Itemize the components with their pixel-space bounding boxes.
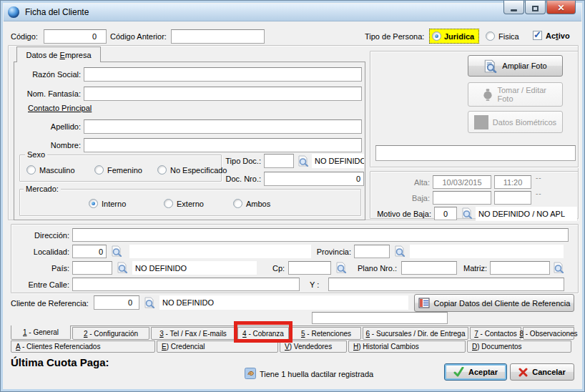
maximize-button[interactable] [525,1,546,14]
radio-externo[interactable]: Externo [164,199,204,208]
cliente-referencia-desc: NO DEFINIDO [159,295,408,310]
referencia-extra-field[interactable] [312,312,448,324]
provincia-label: Provincia: [313,248,351,256]
titlebar: Ficha del Cliente [4,4,581,21]
radio-juridica[interactable]: Juridica [429,29,479,44]
datos-biometricos-button[interactable]: Datos Biométricos [468,111,563,133]
tab-configuracion[interactable]: 2 - Configuración [72,327,149,340]
copiar-datos-button[interactable]: Copiar Datos del Cliente de Referencia [414,294,574,312]
cp-field[interactable] [288,261,331,275]
radio-no-especificado[interactable]: No Especificado [157,165,227,175]
codigo-anterior-field[interactable] [171,29,265,44]
cliente-referencia-label: Cliente de Referencia: [11,299,89,308]
nombre-label: Nombre: [22,141,81,150]
activo-label: Activo [546,31,570,40]
doc-nro-label: Doc. Nro.: [220,175,261,183]
radio-fisica[interactable]: Fisica [486,31,519,41]
nom-fantasia-label: Nom. Fantasía: [16,89,81,98]
entre-calle-field[interactable] [72,278,300,291]
ambos-label: Ambos [246,200,270,208]
cancelar-label: Cancelar [532,368,565,376]
codigo-anterior-label: Código Anterior: [110,32,167,41]
datos-biometricos-label: Datos Biométricos [493,118,556,127]
alta-calendar-mark: -- [536,174,542,182]
razon-social-field[interactable] [84,67,362,82]
externo-radio-icon [164,199,173,208]
ampliar-foto-button[interactable]: Ampliar Foto [468,55,563,77]
tomar-editar-foto-label: Tomar / Editar Foto [498,86,549,103]
matriz-label: Matriz: [460,264,487,273]
minimize-icon [511,9,517,11]
motivo-baja-lookup-magnifier-icon[interactable] [461,207,473,219]
tomar-editar-foto-button[interactable]: Tomar / Editar Foto [468,82,563,107]
mercado-group-label: Mercado: [24,185,61,193]
alta-fecha-field: 10/03/2015 [433,175,491,189]
maximize-icon [532,6,539,11]
matriz-field[interactable] [490,261,550,275]
cliente-referencia-lookup-magnifier-icon[interactable] [144,297,156,308]
plano-nro-field[interactable] [401,261,457,275]
motivo-baja-label: Motivo de Baja: [370,210,431,218]
sexo-group-label: Sexo [25,150,47,159]
document-magnifier-icon [483,59,498,73]
provincia-field[interactable] [354,245,390,258]
tab-documentos[interactable]: D) Documentos [467,340,571,353]
activo-checkbox[interactable]: Activo [533,31,570,40]
nombre-field[interactable] [84,138,362,152]
no-especificado-label: No Especificado [170,166,227,175]
tab-retenciones[interactable]: 5 - Retenciones [291,327,361,340]
juridica-radio-icon [432,31,441,41]
tab-tel-fax-emails[interactable]: 3 - Tel / Fax / E-mails [151,327,235,340]
juridica-label: Juridica [444,32,474,41]
motivo-baja-field[interactable]: 0 [434,207,457,220]
tab-observaciones[interactable]: 8 - Observaciones [523,327,574,340]
highlight-annotation-cobranza [234,321,292,343]
nom-fantasia-field[interactable] [84,87,362,101]
tab-sucursales[interactable]: 6 - Sucursales / Dir. de Entrega [363,327,468,340]
foto-caption-field[interactable] [375,145,576,161]
pais-field[interactable] [72,261,112,275]
cp-lookup-magnifier-icon[interactable] [335,262,348,273]
radio-interno[interactable]: Interno [89,199,126,208]
radio-masculino[interactable]: Masculino [26,165,75,175]
close-button[interactable]: ✕ [546,1,576,14]
baja-fecha-field[interactable] [433,191,491,205]
tipo-doc-lookup-magnifier-icon[interactable] [298,155,310,167]
copiar-datos-label: Copiar Datos del Cliente de Referencia [434,299,571,308]
y-field[interactable] [328,278,564,291]
radio-ambos[interactable]: Ambos [233,199,270,208]
minimize-button[interactable] [503,1,524,14]
huella-text: Tiene 1 huella dactilar registrada [260,370,373,378]
y-label: Y : [310,280,319,289]
doc-nro-field[interactable]: 0 [264,172,364,186]
apellido-label: Apellido: [22,122,81,131]
tab-historial-cambios[interactable]: H) Historial Cambios [348,340,466,353]
localidad-lookup-magnifier-icon[interactable] [111,245,123,257]
ambos-radio-icon [233,199,242,208]
pais-lookup-magnifier-icon[interactable] [117,262,129,273]
tab-datos-de-empresa[interactable]: Datos de Empresa [16,46,101,62]
provincia-lookup-magnifier-icon[interactable] [394,245,406,257]
baja-label: Baja: [373,194,430,202]
masculino-label: Masculino [39,166,75,175]
tab-general[interactable]: 1 - General [11,325,71,340]
ultima-cuota-label: Última Cuota Paga: [11,356,109,368]
aceptar-button[interactable]: Aceptar [444,363,507,381]
cancelar-button[interactable]: Cancelar [510,363,574,381]
baja-calendar-mark: -- [536,190,542,197]
femenino-label: Femenino [107,166,142,175]
direccion-field[interactable] [72,228,569,242]
radio-femenino[interactable]: Femenino [94,165,142,175]
matriz-lookup-magnifier-icon[interactable] [553,262,565,273]
localidad-field[interactable]: 0 [72,245,107,258]
apellido-field[interactable] [84,119,362,134]
tipo-persona-label: Tipo de Persona: [365,32,424,41]
codigo-field[interactable]: 0 [44,29,107,44]
no-especificado-radio-icon [157,165,167,175]
tipo-doc-field[interactable] [264,154,294,168]
tab-contactos[interactable]: 7 - Contactos [470,327,521,340]
cliente-referencia-field[interactable]: 0 [94,295,139,310]
baja-hora-field[interactable] [494,191,531,205]
motivo-baja-desc: NO DEFINIDO / NO APL [476,207,577,220]
tab-clientes-referenciados[interactable]: A - Clientes Referenciados [11,340,155,353]
